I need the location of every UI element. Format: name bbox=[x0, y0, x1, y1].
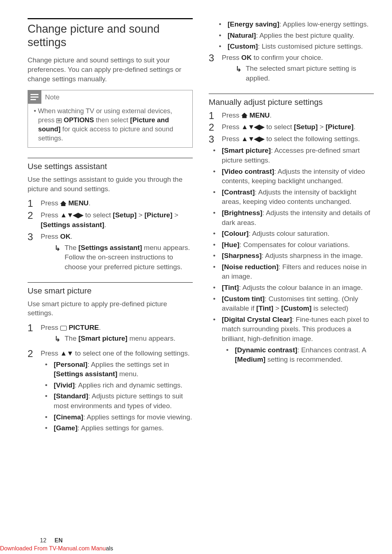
subsection-heading: Use settings assistant bbox=[28, 162, 193, 171]
step-item: Press MENU. bbox=[209, 111, 374, 120]
steps-list: Press MENU. Press ▲▼◀▶ to select [Setup]… bbox=[28, 198, 193, 272]
list-item: [Video contrast]: Adjusts the intensity … bbox=[209, 167, 374, 186]
step-item: Press MENU. bbox=[28, 198, 193, 208]
subsection-intro: Use smart picture to apply pre-defined p… bbox=[28, 299, 193, 318]
step-item: Press OK. The [Settings assistant] menu … bbox=[28, 232, 193, 272]
note-title: Note bbox=[45, 93, 60, 101]
section-rule bbox=[28, 282, 193, 283]
list-item: [Dynamic contrast]: Enhances contrast. A… bbox=[222, 345, 374, 365]
option-list-continued: [Energy saving]: Applies low-energy sett… bbox=[209, 20, 374, 52]
list-item: [Game]: Applies settings for games. bbox=[41, 423, 193, 433]
list-item: [Sharpness]: Adjusts sharpness in the im… bbox=[209, 251, 374, 261]
download-source-link[interactable]: Downloaded From TV-Manual.com Manuals bbox=[0, 545, 113, 552]
list-item: [Digital Crystal Clear]: Fine-tunes each… bbox=[209, 315, 374, 365]
list-item: [Energy saving]: Applies low-energy sett… bbox=[209, 20, 374, 29]
step-result: The [Smart picture] menu appears. bbox=[41, 334, 193, 344]
list-item: [Tint]: Adjusts the colour balance in an… bbox=[209, 283, 374, 293]
picture-icon bbox=[60, 326, 67, 331]
list-item: [Brightness]: Adjusts the intensity and … bbox=[209, 208, 374, 227]
note-icon bbox=[28, 90, 41, 104]
step-item: Press OK to confirm your choice. The sel… bbox=[209, 53, 374, 83]
step-result: The [Settings assistant] menu appears. F… bbox=[41, 243, 193, 272]
list-item: [Hue]: Compensates for colour variations… bbox=[209, 240, 374, 250]
section-rule bbox=[28, 158, 193, 158]
section-rule bbox=[209, 94, 374, 94]
main-heading: Change picture and sound settings bbox=[28, 22, 193, 49]
right-column: [Energy saving]: Applies low-energy sett… bbox=[209, 18, 374, 435]
nested-list: [Dynamic contrast]: Enhances contrast. A… bbox=[222, 345, 374, 365]
step-item: Press PICTURE. The [Smart picture] menu … bbox=[28, 323, 193, 344]
home-icon bbox=[241, 113, 248, 118]
step-item: Press ▲▼◀▶ to select the following setti… bbox=[209, 134, 374, 144]
list-item: [Standard]: Adjusts picture settings to … bbox=[41, 391, 193, 411]
list-item: [Cinema]: Applies settings for movie vie… bbox=[41, 413, 193, 422]
page-number: 12 bbox=[40, 537, 46, 543]
list-item: [Natural]: Applies the best picture qual… bbox=[209, 31, 374, 41]
steps-continued: Press OK to confirm your choice. The sel… bbox=[209, 53, 374, 83]
step-item: Press ▲▼◀▶ to select [Setup] > [Picture]… bbox=[28, 210, 193, 230]
list-item: [Contrast]: Adjusts the intensity of bac… bbox=[209, 188, 374, 207]
page-content: Change picture and sound settings Change… bbox=[0, 0, 392, 443]
subsection-heading: Manually adjust picture settings bbox=[209, 98, 374, 107]
options-icon bbox=[56, 118, 62, 123]
left-column: Change picture and sound settings Change… bbox=[28, 18, 193, 435]
page-footer: 12 EN bbox=[0, 537, 392, 544]
steps-list: Press MENU. Press ▲▼◀▶ to select [Setup]… bbox=[209, 111, 374, 144]
list-item: [Noise reduction]: Filters and reduces n… bbox=[209, 262, 374, 282]
heading-rule bbox=[28, 18, 193, 19]
step-result: The selected smart picture setting is ap… bbox=[222, 64, 374, 83]
steps-list: Press PICTURE. The [Smart picture] menu … bbox=[28, 323, 193, 433]
subsection-heading: Use smart picture bbox=[28, 286, 193, 296]
page-lang: EN bbox=[54, 537, 62, 543]
list-item: [Custom tint]: Customises tint setting. … bbox=[209, 294, 374, 313]
note-box: Note • When watching TV or using externa… bbox=[28, 90, 193, 148]
note-header: Note bbox=[28, 90, 192, 104]
subsection-intro: Use the settings assistant to guide you … bbox=[28, 175, 193, 193]
list-item: [Custom]: Lists customised picture setti… bbox=[209, 42, 374, 52]
list-item: [Personal]: Applies the settings set in … bbox=[41, 360, 193, 379]
option-list: [Personal]: Applies the settings set in … bbox=[41, 360, 193, 433]
step-item: Press ▲▼ to select one of the following … bbox=[28, 349, 193, 433]
home-icon bbox=[60, 201, 66, 206]
list-item: [Colour]: Adjusts colour saturation. bbox=[209, 229, 374, 239]
note-body: • When watching TV or using external dev… bbox=[32, 107, 188, 143]
step-item: Press ▲▼◀▶ to select [Setup] > [Picture]… bbox=[209, 122, 374, 132]
list-item: [Vivid]: Applies rich and dynamic settin… bbox=[41, 381, 193, 390]
settings-list: [Smart picture]: Accesses pre-defined sm… bbox=[209, 146, 374, 364]
list-item: [Smart picture]: Accesses pre-defined sm… bbox=[209, 146, 374, 165]
intro-paragraph: Change picture and sound settings to sui… bbox=[28, 56, 193, 83]
